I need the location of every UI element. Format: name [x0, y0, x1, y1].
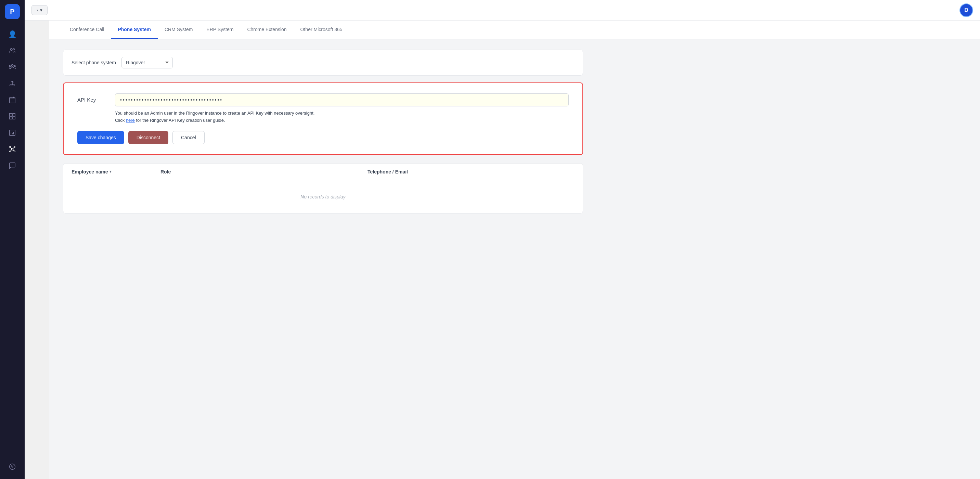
svg-rect-6	[10, 97, 15, 103]
sidebar: P 👤	[0, 0, 25, 479]
avatar[interactable]: D	[959, 3, 973, 17]
table-header: Employee name ▾ Role Telephone / Email	[63, 164, 583, 180]
contacts-icon[interactable]	[5, 44, 19, 57]
grid-icon[interactable]	[5, 110, 19, 123]
team-icon[interactable]	[5, 60, 19, 74]
role-header: Role	[161, 169, 368, 175]
api-key-input-wrapper: You should be an Admin user in the Ringo…	[115, 94, 569, 124]
tab-chrome-extension[interactable]: Chrome Extension	[240, 21, 293, 39]
cancel-button[interactable]: Cancel	[172, 131, 205, 144]
tab-conference-call[interactable]: Conference Call	[63, 21, 111, 39]
svg-point-14	[14, 146, 15, 148]
phone-system-select[interactable]: Ringover Aircall Twilio None	[121, 57, 173, 68]
svg-rect-8	[13, 114, 15, 116]
api-key-row: API Key You should be an Admin user in t…	[77, 94, 569, 124]
svg-point-4	[14, 65, 16, 67]
svg-rect-10	[13, 117, 15, 119]
sort-arrow-icon: ▾	[110, 169, 111, 174]
tab-erp-system[interactable]: ERP System	[199, 21, 240, 39]
svg-point-16	[14, 151, 15, 152]
employee-table: Employee name ▾ Role Telephone / Email N…	[63, 163, 583, 213]
tabs-bar: Conference Call Phone System CRM System …	[49, 21, 980, 39]
svg-rect-7	[10, 114, 12, 116]
dashboard-icon[interactable]	[5, 460, 19, 474]
upload-icon[interactable]	[5, 76, 19, 90]
tab-crm-system[interactable]: CRM System	[158, 21, 199, 39]
disconnect-button[interactable]: Disconnect	[128, 131, 169, 144]
topbar: › ▾ D	[25, 0, 980, 21]
user-icon[interactable]: 👤	[5, 27, 19, 41]
chat-icon[interactable]	[5, 159, 19, 172]
svg-point-15	[10, 151, 11, 152]
breadcrumb: › ▾	[32, 5, 48, 15]
svg-point-3	[9, 65, 11, 67]
phone-system-label: Select phone system	[72, 60, 116, 65]
svg-point-0	[11, 49, 13, 51]
reports-icon[interactable]	[5, 126, 19, 140]
svg-point-1	[13, 49, 15, 50]
breadcrumb-dropdown-icon: ▾	[40, 8, 43, 13]
breadcrumb-button[interactable]: › ▾	[32, 5, 48, 15]
main-content: Conference Call Phone System CRM System …	[49, 21, 980, 479]
phone-system-row: Select phone system Ringover Aircall Twi…	[63, 49, 583, 76]
chevron-right-icon: ›	[37, 8, 38, 13]
svg-rect-11	[10, 130, 15, 136]
svg-point-13	[10, 146, 11, 148]
tab-phone-system[interactable]: Phone System	[111, 21, 158, 39]
app-logo[interactable]: P	[5, 4, 20, 19]
content-area: Select phone system Ringover Aircall Twi…	[49, 39, 597, 224]
config-box: API Key You should be an Admin user in t…	[63, 83, 583, 155]
network-icon[interactable]	[5, 142, 19, 156]
api-key-label: API Key	[77, 94, 105, 103]
table-body: No records to display	[63, 180, 583, 213]
svg-rect-9	[10, 117, 12, 119]
no-records-text: No records to display	[72, 194, 574, 199]
svg-rect-5	[10, 85, 15, 86]
save-changes-button[interactable]: Save changes	[77, 131, 124, 144]
action-buttons: Save changes Disconnect Cancel	[77, 131, 569, 144]
api-key-guide-link[interactable]: here	[126, 118, 135, 123]
calendar-icon[interactable]	[5, 93, 19, 107]
employee-name-header[interactable]: Employee name ▾	[72, 169, 161, 175]
svg-point-2	[11, 65, 13, 67]
api-key-input[interactable]	[115, 94, 569, 107]
api-key-hint: You should be an Admin user in the Ringo…	[115, 110, 569, 124]
tab-other-microsoft365[interactable]: Other Microsoft 365	[294, 21, 349, 39]
telephone-email-header: Telephone / Email	[368, 169, 574, 175]
